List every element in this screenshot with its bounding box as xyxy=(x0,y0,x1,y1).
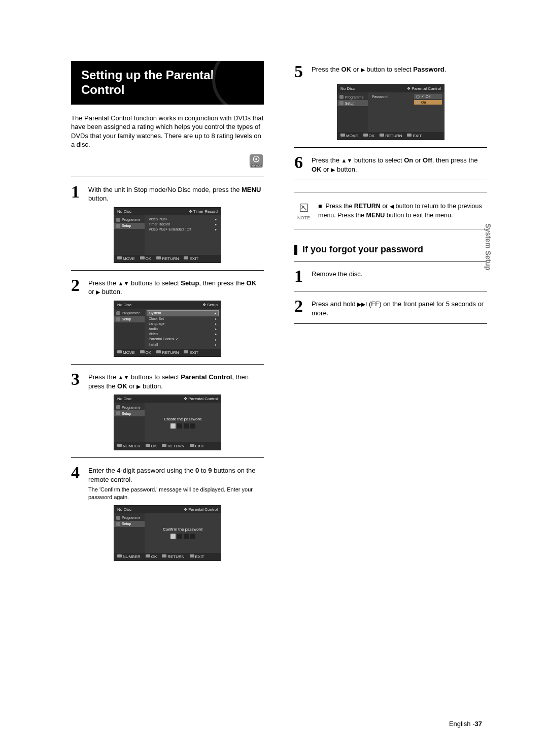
divider xyxy=(71,364,264,365)
osd-row: Password xyxy=(370,94,411,99)
osd-row: Audio▸ xyxy=(147,326,219,332)
osd-screenshot-3: No Disc❖ Parental Control Programme Setu… xyxy=(114,395,221,450)
osd-footer: NUMBER OK RETURN EXIT xyxy=(114,442,221,450)
page-sep: - xyxy=(471,720,475,728)
note-block: NOTE ■ Press the RETURN or ◀ button to r… xyxy=(294,192,487,230)
updown-icon: ▲▼ xyxy=(118,280,129,286)
step-2: 2 Press the ▲▼ buttons to select Setup, … xyxy=(71,277,264,297)
dvd-video-icon: DVD-VIDEO xyxy=(71,153,264,171)
step-number: 2 xyxy=(294,298,306,315)
heading-text: If you forgot your password xyxy=(302,244,423,255)
forgot-step-2: 2 Press and hold ▶▶I (FF) on the front p… xyxy=(294,298,487,317)
divider xyxy=(71,177,264,177)
divider xyxy=(71,270,264,271)
right-column: 5 Press the OK or ▶ button to select Pas… xyxy=(294,61,487,568)
divider xyxy=(294,180,487,180)
osd-side-setup: Setup xyxy=(114,521,145,527)
step-3: 3 Press the ▲▼ buttons to select Parenta… xyxy=(71,371,264,390)
osd-option-off: ✓ Off xyxy=(414,94,442,99)
divider xyxy=(294,147,487,148)
osd-row: Timer Record▸ xyxy=(147,222,219,227)
bullet-icon: ■ xyxy=(318,203,322,210)
osd-side-setup: Setup xyxy=(114,223,145,229)
osd-side-setup: Setup xyxy=(337,100,368,106)
updown-icon: ▲▼ xyxy=(118,374,129,380)
osd-caption: Create the password xyxy=(164,417,201,421)
step-number: 2 xyxy=(71,277,83,294)
osd-row: Install▸ xyxy=(147,342,219,347)
intro-paragraph: The Parental Control function works in c… xyxy=(71,114,264,149)
title-art-icon xyxy=(212,61,264,105)
step-text: Press the ▲▼ buttons to select Setup, th… xyxy=(88,277,264,297)
step-text: Press and hold ▶▶I (FF) on the front pan… xyxy=(312,298,487,317)
password-boxes xyxy=(170,534,195,539)
osd-footer: MOVE OK RETURN EXIT xyxy=(114,349,221,356)
section-tab: System Setup xyxy=(484,223,492,271)
osd-screenshot-4: No Disc❖ Parental Control Programme Setu… xyxy=(114,505,221,561)
osd-option-on: On xyxy=(414,100,442,105)
step-6: 6 Press the ▲▼ buttons to select On or O… xyxy=(294,154,487,174)
step-number: 1 xyxy=(71,183,83,201)
right-icon: ▶ xyxy=(96,289,100,295)
step-number: 6 xyxy=(294,154,306,171)
osd-row: Language▸ xyxy=(147,321,219,326)
forgot-step-1: 1 Remove the disc. xyxy=(294,268,487,285)
osd-row: Clock Set▸ xyxy=(147,316,219,321)
osd-side-programme: Programme xyxy=(114,404,145,410)
divider xyxy=(294,261,487,261)
osd-side-setup: Setup xyxy=(114,410,145,416)
step-number: 1 xyxy=(294,268,306,285)
osd-side-programme: Programme xyxy=(114,515,145,521)
forgot-heading: If you forgot your password xyxy=(294,244,487,255)
step-text: Press the ▲▼ buttons to select Parental … xyxy=(88,371,264,390)
osd-caption: Confirm the password xyxy=(163,527,202,532)
osd-footer: MOVE OK RETURN EXIT xyxy=(114,255,221,262)
step-4: 4 Enter the 4-digit password using the 0… xyxy=(71,464,264,501)
page-number: 37 xyxy=(475,720,482,728)
osd-row: Video▸ xyxy=(147,332,219,337)
step-text: Enter the 4-digit password using the 0 t… xyxy=(88,464,264,501)
title-text: Setting up the Parental Control xyxy=(81,68,214,96)
step-text: With the unit in Stop mode/No Disc mode,… xyxy=(88,183,264,203)
password-boxes xyxy=(170,423,195,429)
osd-side-programme: Programme xyxy=(337,94,368,100)
step-number: 5 xyxy=(294,63,306,80)
osd-side-programme: Programme xyxy=(114,310,145,316)
osd-screenshot-2: No Disc❖ Setup Programme Setup System▸ C… xyxy=(114,301,221,357)
updown-icon: ▲▼ xyxy=(341,157,353,163)
osd-row: Video Plus+▸ xyxy=(147,217,219,222)
right-icon: ▶ xyxy=(361,67,365,73)
step-number: 3 xyxy=(71,371,83,388)
divider xyxy=(71,457,264,458)
step-5: 5 Press the OK or ▶ button to select Pas… xyxy=(294,63,487,80)
page-title: Setting up the Parental Control xyxy=(71,61,264,105)
osd-side-setup: Setup xyxy=(114,316,145,322)
osd-screenshot-5: No Disc❖ Parental Control Programme Setu… xyxy=(337,84,444,140)
note-label: NOTE xyxy=(297,215,310,220)
osd-footer: NUMBER OK RETURN EXIT xyxy=(114,553,221,561)
osd-row: System▸ xyxy=(147,310,219,316)
divider xyxy=(294,291,487,291)
step-subtext: The 'Confirm the password.' message will… xyxy=(88,486,264,501)
heading-bar-icon xyxy=(294,245,297,255)
step-text: Press the ▲▼ buttons to select On or Off… xyxy=(312,154,487,174)
step-number: 4 xyxy=(71,464,83,481)
osd-screenshot-1: No Disc❖ Timer Record Programme Setup Vi… xyxy=(114,207,221,263)
left-column: Setting up the Parental Control The Pare… xyxy=(71,61,264,568)
osd-side-programme: Programme xyxy=(114,217,145,223)
step-text: Remove the disc. xyxy=(312,268,487,279)
note-icon: NOTE xyxy=(297,202,310,220)
step-1: 1 With the unit in Stop mode/No Disc mod… xyxy=(71,183,264,203)
step-text: Press the OK or ▶ button to select Passw… xyxy=(312,63,487,74)
page-lang: English xyxy=(449,720,471,728)
osd-row: Video Plus+ Extended : Off▸ xyxy=(147,227,219,232)
svg-text:DVD-VIDEO: DVD-VIDEO xyxy=(250,165,263,167)
divider xyxy=(294,323,487,324)
osd-row: Parental Control ✓▸ xyxy=(147,337,219,342)
osd-footer: MOVE OK RETURN EXIT xyxy=(337,132,444,140)
note-text: ■ Press the RETURN or ◀ button to return… xyxy=(318,202,484,220)
ff-icon: ▶▶I xyxy=(357,301,367,307)
page-footer: English -37 xyxy=(449,720,482,728)
left-icon: ◀ xyxy=(390,203,394,209)
svg-point-2 xyxy=(255,158,257,160)
